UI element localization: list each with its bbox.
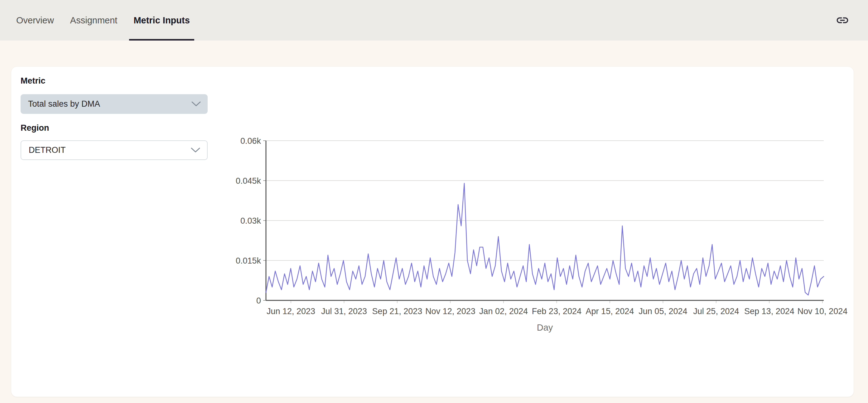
y-tick-label: 0.06k <box>240 136 261 146</box>
page-background: Metric Total sales by DMA Region DETROIT… <box>0 40 868 403</box>
x-tick-label: Jul 25, 2024 <box>693 307 739 316</box>
y-tick-label: 0 <box>256 296 261 305</box>
x-tick-label: Feb 23, 2024 <box>532 307 582 316</box>
x-tick-label: Jun 05, 2024 <box>639 307 687 316</box>
x-tick-label: Jan 02, 2024 <box>479 307 528 316</box>
copy-link-button[interactable] <box>835 13 850 28</box>
x-tick-label: Apr 15, 2024 <box>586 307 634 316</box>
metric-select[interactable]: Total sales by DMA <box>21 94 208 114</box>
sales-line-chart: 00.015k0.03k0.045k0.06kJun 12, 2023Jul 3… <box>231 131 848 343</box>
series-line <box>266 183 824 295</box>
tab-metric-inputs[interactable]: Metric Inputs <box>131 0 192 40</box>
y-tick-label: 0.045k <box>236 176 261 185</box>
region-select-value: DETROIT <box>29 145 66 155</box>
tab-overview-label: Overview <box>16 15 54 26</box>
region-label: Region <box>21 123 49 133</box>
metric-label: Metric <box>21 76 45 86</box>
tab-metric-inputs-label: Metric Inputs <box>133 15 190 26</box>
metric-inputs-card: Metric Total sales by DMA Region DETROIT… <box>11 67 854 397</box>
metric-select-value: Total sales by DMA <box>28 99 100 109</box>
x-tick-label: Sep 13, 2024 <box>744 307 795 316</box>
chevron-down-icon <box>191 102 201 107</box>
link-icon <box>836 13 849 27</box>
tab-overview[interactable]: Overview <box>14 0 56 40</box>
x-axis-title: Day <box>537 322 553 333</box>
x-tick-label: Nov 12, 2023 <box>425 307 475 316</box>
region-select[interactable]: DETROIT <box>21 140 208 160</box>
x-tick-label: Nov 10, 2024 <box>798 307 848 316</box>
x-tick-label: Sep 21, 2023 <box>372 307 423 316</box>
tab-assignment-label: Assignment <box>70 15 118 26</box>
y-tick-label: 0.015k <box>236 256 261 265</box>
tab-assignment[interactable]: Assignment <box>68 0 120 40</box>
x-tick-label: Jun 12, 2023 <box>267 307 315 316</box>
top-nav: Overview Assignment Metric Inputs <box>0 0 868 40</box>
x-tick-label: Jul 31, 2023 <box>321 307 367 316</box>
y-tick-label: 0.03k <box>240 216 261 226</box>
chevron-down-icon <box>191 147 200 153</box>
tab-bar: Overview Assignment Metric Inputs <box>14 0 192 40</box>
